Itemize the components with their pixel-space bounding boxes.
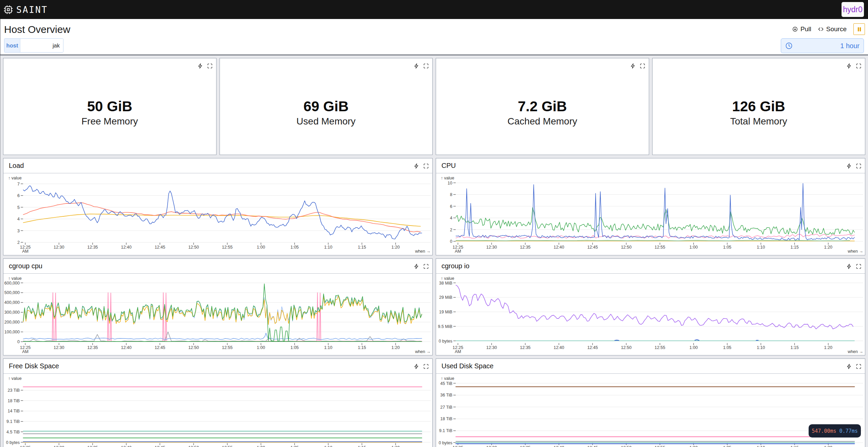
x-tick-label: 12:30 [54, 245, 64, 250]
panel-actions [197, 58, 213, 73]
pull-label: Pull [800, 25, 811, 33]
x-tick-label: 12:45 [155, 445, 165, 447]
x-tick-label: 1:10 [324, 345, 332, 350]
y-tick-label: 36 TiB [440, 393, 452, 397]
chart-plot-cpu[interactable]: ↑ value024681012:25AM12:3012:3512:4012:4… [436, 173, 865, 255]
x-tick-label: 1:05 [723, 445, 731, 447]
x-tick-label: 12:35 [87, 345, 98, 350]
lightning-icon[interactable] [846, 364, 852, 369]
chart-header: CPU [436, 158, 865, 173]
lightning-icon[interactable] [414, 63, 419, 69]
y-tick-label: 18 TiB [440, 416, 452, 421]
lightning-icon[interactable] [197, 63, 203, 69]
source-label: Source [826, 25, 847, 33]
lightning-icon[interactable] [414, 264, 419, 269]
x-tick-label: 12:35 [87, 245, 98, 250]
chart-header: Load [3, 158, 432, 173]
y-tick-label: 9.1 TiB [6, 419, 20, 424]
expand-icon[interactable] [423, 63, 429, 69]
stat-body: 7.2 GiBCached Memory [436, 58, 649, 155]
page-header: Host Overview host Pull Source 1 ho [0, 19, 868, 55]
expand-icon[interactable] [423, 364, 429, 369]
value-axis-label: ↑ value [441, 176, 454, 180]
x-tick-label: 12:40 [121, 245, 131, 250]
x-tick-label: 12:45 [587, 245, 598, 250]
x-tick-label: 1:20 [824, 345, 832, 350]
tooltip-write-value: 0.77ms [839, 428, 858, 434]
stat-panel-cached-memory: 7.2 GiBCached Memory [436, 58, 649, 155]
lightning-icon[interactable] [846, 264, 852, 269]
y-tick-label: 10 [448, 181, 452, 186]
user-menu-button[interactable]: hydr0 [842, 2, 864, 17]
chart-plot-cgcpu[interactable]: ↑ value0100,000200,000300,000400,000500,… [3, 274, 432, 355]
y-tick-label: 3 [17, 229, 20, 233]
series-low [23, 333, 422, 339]
x-tick-label: 12:55 [655, 445, 665, 447]
stat-value: 69 GiB [303, 98, 348, 115]
x-tick-label: 12:40 [121, 345, 131, 350]
expand-icon[interactable] [423, 264, 429, 269]
x-tick-sublabel: AM [22, 349, 29, 354]
arrow-down-circle-icon [792, 26, 798, 32]
x-tick-label: 12:45 [155, 345, 165, 350]
stat-value: 50 GiB [87, 98, 132, 115]
expand-icon[interactable] [856, 364, 862, 369]
panel-actions [846, 158, 862, 173]
y-tick-label: 0 bytes [439, 441, 452, 445]
x-tick-label: 12:30 [54, 345, 64, 350]
y-tick-label: 7 [17, 182, 20, 187]
chart-plot-freedisk[interactable]: ↑ value0 bytes4.5 TiB9.1 TiB14 TiB18 TiB… [3, 374, 432, 447]
x-tick-label: 12:30 [486, 345, 497, 350]
panel-actions [846, 58, 862, 73]
expand-icon[interactable] [640, 63, 645, 69]
y-tick-label: 2 [17, 240, 20, 245]
lightning-icon[interactable] [414, 364, 419, 369]
expand-icon[interactable] [423, 163, 429, 169]
lightning-icon[interactable] [846, 163, 852, 169]
x-tick-label: 12:40 [553, 345, 564, 350]
source-button[interactable]: Source [818, 25, 847, 33]
pause-refresh-button[interactable] [853, 23, 865, 35]
lightning-icon[interactable] [846, 63, 852, 69]
time-range-picker[interactable]: 1 hour [781, 38, 864, 53]
y-tick-label: 14 TiB [8, 409, 20, 413]
y-tick-label: 4 [17, 217, 20, 221]
y-tick-label: 500,000 [4, 290, 20, 295]
lightning-icon[interactable] [414, 163, 419, 169]
x-tick-sublabel: AM [455, 249, 461, 254]
value-axis-label: ↑ value [441, 376, 454, 381]
chart-plot-load[interactable]: ↑ value23456712:25AM12:3012:3512:4012:45… [3, 173, 432, 255]
x-tick-label: 12:30 [54, 445, 64, 447]
stat-label: Total Memory [730, 116, 787, 127]
header-actions: Pull Source [792, 22, 865, 37]
x-tick-label: 12:50 [188, 445, 199, 447]
x-tick-label: 12:35 [520, 245, 530, 250]
series-gray [23, 332, 421, 342]
expand-icon[interactable] [856, 264, 862, 269]
panel-actions [414, 259, 429, 274]
pull-button[interactable]: Pull [792, 25, 811, 33]
y-tick-label: 100,000 [4, 330, 20, 334]
expand-icon[interactable] [856, 63, 862, 69]
y-tick-label: 45 TiB [440, 381, 452, 386]
chart-plot-useddisk[interactable]: ↑ value0 bytes9.1 TiB18 TiB27 TiB36 TiB4… [436, 374, 865, 447]
y-tick-label: 29 MiB [439, 295, 452, 300]
value-axis-label: ↑ value [8, 276, 22, 281]
chart-header: cgroup cpu [3, 259, 432, 274]
stat-label: Free Memory [81, 116, 138, 127]
y-tick-label: 23 TiB [8, 388, 20, 393]
expand-icon[interactable] [856, 163, 862, 169]
lightning-icon[interactable] [630, 63, 636, 69]
stat-label: Cached Memory [508, 116, 577, 127]
x-tick-label: 12:55 [222, 345, 232, 350]
cpu-chip-icon [3, 5, 13, 15]
stat-panel-total-memory: 126 GiBTotal Memory [652, 58, 866, 155]
value-axis-label: ↑ value [8, 376, 22, 381]
x-tick-label: 1:00 [257, 345, 265, 350]
x-tick-label: 12:40 [553, 445, 564, 447]
host-filter-input[interactable] [20, 39, 63, 52]
chart-header: Free Disk Space [3, 359, 432, 374]
chart-plot-cgio[interactable]: ↑ value0 bytes9.5 MiB19 MiB29 MiB38 MiB1… [436, 274, 865, 355]
y-tick-label: 0 [17, 339, 20, 344]
expand-icon[interactable] [207, 63, 213, 69]
